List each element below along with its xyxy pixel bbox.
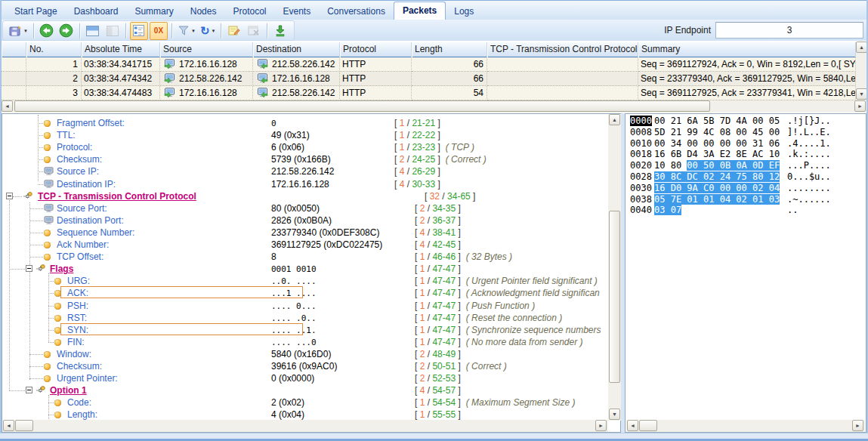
horizontal-panes-icon [86,26,99,36]
packet-row[interactable]: 303:38:34.474483172.16.16.128212.58.226.… [2,86,856,100]
export-packets-button[interactable]: ▼ [8,22,29,40]
column-header-tcp[interactable]: TCP - Transmission Control Protocol [487,42,638,57]
tab-summary[interactable]: Summary [126,4,181,20]
hex-view-toggle[interactable]: 0X [150,22,168,40]
tab-logs[interactable]: Logs [446,4,482,20]
hex-view-panel: 000000 21 6A 5B 7D 4A 00 05.!j[}J..00085… [625,113,866,433]
ip-endpoint-input[interactable]: 3 [715,22,863,39]
scroll-right-button[interactable]: ► [595,420,607,431]
hex-ascii: .k.:.... [787,149,831,159]
refresh-button[interactable]: ↻▼ [199,22,218,40]
packet-list-header[interactable]: No.Absolute TimeSourceDestinationProtoco… [2,42,856,57]
scroll-up-button[interactable]: ▲ [609,114,620,125]
field-ball-icon [54,313,61,324]
field-ball-icon [54,410,61,421]
tree-section-tcp-transmission-control-protocol[interactable]: TCP - Transmission Control Protocol[ 32 … [3,190,605,202]
forward-button[interactable] [57,22,76,40]
column-header-protocol[interactable]: Protocol [340,42,412,57]
tree-section-option-1[interactable]: Option 1[ 4 / 54-57 ] [3,384,605,396]
scroll-right-button[interactable]: ► [854,100,866,112]
field-label: Destination IP: [57,179,116,190]
field-label: TTL: [57,130,76,140]
toolbar-button-group: ▼0X▼↻▼ [2,20,295,41]
tree-field-psh[interactable]: PSH:.... 0...[ 1 / 47-47 ]( Push Functio… [3,300,605,312]
tree-field-ack-number[interactable]: Ack Number:3691127925 (0xDC022475)[ 4 / … [3,239,605,251]
filter-button[interactable]: ▼ [176,22,197,40]
layout-vertical-button[interactable] [103,22,122,40]
column-header-length[interactable]: Length [412,42,487,57]
tree-section-flags[interactable]: Flags0001 0010[ 1 / 47-47 ] [3,263,605,275]
tree-field-tcp-offset[interactable]: TCP Offset:8[ 1 / 46-46 ]( 32 Bytes ) [3,251,605,263]
back-button[interactable] [38,22,56,40]
tree-field-syn[interactable]: SYN:.... ..1.[ 1 / 47-47 ]( Synchronize … [3,324,605,336]
tree-field-sequence-number[interactable]: Sequence Number:233779340 (0x0DEF308C)[ … [3,227,605,239]
tab-start-page[interactable]: Start Page [6,4,66,20]
field-ball-icon [44,362,51,372]
scroll-left-button[interactable]: ◄ [2,100,13,112]
field-value: ..0. .... [271,276,317,286]
field-byte-range: [ 1 / 47-47 ]( Acknowledgment field sign… [415,288,600,298]
scroll-down-button[interactable]: ▼ [856,88,867,100]
tree-field-source-ip[interactable]: Source IP:212.58.226.142[ 4 / 26-29 ] [3,165,605,177]
tree-field-destination-port[interactable]: Destination Port:2826 (0x0B0A)[ 2 / 36-3… [3,214,605,227]
download-button[interactable] [271,22,289,40]
column-header-summary[interactable]: Summary [638,42,856,57]
scroll-left-button[interactable]: ◄ [3,420,14,431]
scroll-up-button[interactable]: ▲ [856,42,867,53]
tab-nodes[interactable]: Nodes [182,4,225,20]
tree-field-code[interactable]: Code:2 (0x02)[ 1 / 54-54 ]( Maximum Segm… [3,396,605,409]
tree-field-fragment-offset[interactable]: Fragment Offset:0[ 1 / 21-21 ] [3,117,605,129]
hex-selected-bytes: 05 7E 01 01 04 02 01 03 [654,194,780,205]
field-value: ...1 .... [271,288,317,298]
layout-horizontal-button[interactable] [84,22,102,40]
tree-field-window[interactable]: Window:5840 (0x16D0)[ 2 / 48-49 ] [3,348,605,360]
column-header-source[interactable]: Source [160,42,253,57]
tree-field-destination-ip[interactable]: Destination IP:172.16.16.128[ 4 / 30-33 … [3,178,605,190]
tab-protocol[interactable]: Protocol [224,4,274,20]
tree-field-length[interactable]: Length:4 (0x04)[ 1 / 55-55 ] [3,409,605,421]
tree-field-rst[interactable]: RST:.... .0..[ 1 / 47-47 ]( Reset the co… [3,312,605,324]
tree-field-checksum[interactable]: Checksum:39616 (0x9AC0)[ 2 / 50-51 ]( Co… [3,360,605,372]
field-value: 49 (0x31) [271,130,310,140]
column-header-gutter[interactable] [2,42,26,57]
tree-field-ttl[interactable]: TTL:49 (0x31)[ 1 / 22-22 ] [3,129,605,141]
tab-dashboard[interactable]: Dashboard [66,4,127,20]
decode-view-toggle[interactable] [130,22,148,40]
column-header-no[interactable]: No. [26,42,82,57]
scroll-down-button[interactable]: ▼ [609,409,620,420]
hex-ascii: .. [787,205,798,215]
scrollbar-thumb[interactable] [609,211,620,383]
edit-note-button[interactable] [225,22,243,40]
scroll-right-button[interactable]: ► [852,420,863,431]
column-header-destination[interactable]: Destination [253,42,340,57]
field-byte-range: [ 2 / 36-37 ] [415,215,461,226]
tree-field-protocol[interactable]: Protocol:6 (0x06)[ 1 / 23-23 ]( TCP ) [3,141,605,153]
tab-conversations[interactable]: Conversations [319,4,394,20]
cell-number: 3 [26,86,82,100]
tree-field-checksum[interactable]: Checksum:5739 (0x166B)[ 2 / 24-25 ]( Cor… [3,153,605,165]
scrollbar-thumb[interactable] [15,420,33,431]
packet-row[interactable]: 103:38:34.341715172.16.16.128212.58.226.… [2,57,856,72]
column-header-time[interactable]: Absolute Time [82,42,160,57]
clear-button[interactable] [245,22,263,40]
field-byte-range: [ 2 / 52-53 ] [415,373,461,384]
cell-destination: 212.58.226.142 [253,86,340,100]
tab-events[interactable]: Events [274,4,319,20]
tree-field-source-port[interactable]: Source Port:80 (0x0050)[ 2 / 34-35 ] [3,202,605,214]
tree-field-urg[interactable]: URG:..0. ....[ 1 / 47-47 ]( Urgent Point… [3,275,605,287]
scroll-left-button[interactable]: ◄ [627,420,638,431]
back-arrow-icon [39,23,54,38]
tree-field-urgent-pointer[interactable]: Urgent Pointer:0 (0x0000)[ 2 / 52-53 ] [3,372,605,384]
collapse-expander-icon[interactable] [26,265,32,272]
tab-packets[interactable]: Packets [394,2,446,20]
packet-row[interactable]: 203:38:34.474342212.58.226.142172.16.16.… [2,72,856,86]
collapse-expander-icon[interactable] [6,193,13,199]
collapse-expander-icon[interactable] [26,387,32,393]
tree-field-ack[interactable]: ACK:...1 ....[ 1 / 47-47 ]( Acknowledgme… [3,287,605,299]
cell-tcp [487,86,638,100]
scrollbar-thumb[interactable] [639,420,657,431]
field-ball-icon [54,276,61,287]
tree-field-fin[interactable]: FIN:.... ...0[ 1 / 47-47 ]( No more data… [3,336,605,348]
hex-bytes: 05 7E 01 01 04 02 01 03 [654,194,780,205]
scrollbar-thumb[interactable] [14,100,710,112]
